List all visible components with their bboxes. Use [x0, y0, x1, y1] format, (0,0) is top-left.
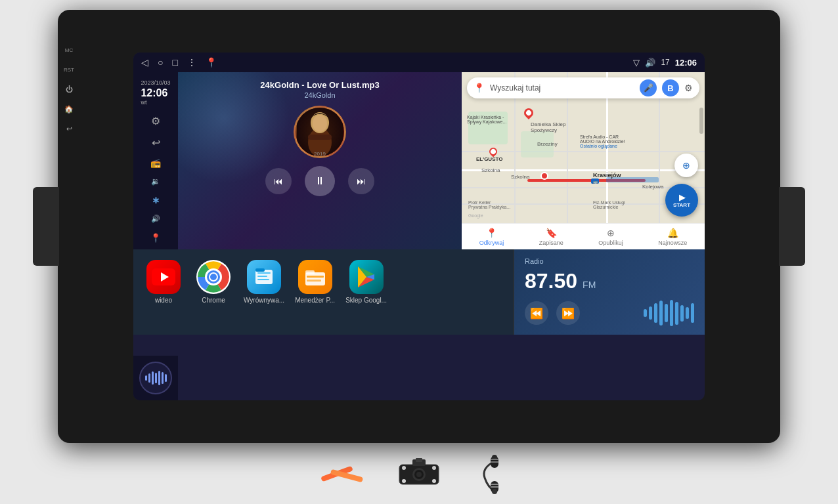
audio-wave-bars	[145, 370, 167, 386]
map-label-szkolna2: Szkolna	[511, 174, 529, 180]
wifi-icon: ▽	[633, 58, 640, 68]
map-start-btn[interactable]: ▶ START	[665, 184, 698, 217]
map-najnowsze-label: Najnowsze	[658, 240, 687, 246]
power-btn[interactable]: ⏻	[62, 82, 76, 96]
sidebar-volume-down-icon[interactable]: 🔉	[145, 177, 166, 186]
map-najnowsze-btn[interactable]: 🔔 Najnowsze	[658, 228, 687, 246]
app-wyrownywanie-label: Wyrównywa...	[244, 297, 284, 304]
radio-wave-bars	[644, 300, 694, 326]
sidebar-date: 2023/10/03	[141, 79, 170, 87]
svg-rect-38	[416, 458, 422, 462]
status-time: 12:06	[675, 58, 697, 68]
radio-controls-row: ⏪ ⏩	[525, 297, 694, 329]
svg-rect-43	[491, 459, 498, 460]
map-scrollbar[interactable]	[699, 108, 703, 134]
app-chrome-icon	[196, 260, 231, 294]
prev-track-btn[interactable]: ⏮	[265, 168, 292, 194]
app-wyrownywanie-icon	[247, 260, 281, 294]
map-odkrywaj-btn[interactable]: 📍 Odkrywaj	[479, 228, 504, 246]
svg-text:🚌: 🚌	[593, 179, 598, 184]
sidebar-bluetooth-icon[interactable]: ✱	[145, 196, 166, 205]
sidebar-location-icon[interactable]: 📍	[145, 233, 166, 243]
radio-back-btn[interactable]: ⏪	[525, 301, 548, 325]
map-label-kolejowa: Kolejowa	[642, 184, 663, 190]
svg-rect-24	[307, 280, 321, 282]
home-side-btn[interactable]: 🏠	[62, 102, 76, 116]
app-menedzer[interactable]: Menedżer P...	[295, 260, 335, 304]
audio-widget	[133, 356, 178, 400]
app-playstore[interactable]: Sklep Googl...	[345, 260, 387, 304]
sidebar-day: wt	[141, 99, 170, 106]
map-route-pin	[540, 172, 548, 180]
device-frame: MC RST ⏻ 🏠 ↩ ◁ ○ □ ⋮ 📍 ▽ 🔊 17 12:06	[58, 10, 780, 443]
battery-level: 17	[661, 58, 669, 67]
aux-cable-svg	[468, 455, 521, 494]
album-art-svg: 2019	[297, 106, 343, 158]
map-label-elgusto: EL'GUSTO	[476, 156, 502, 162]
music-artist: 24kGoldn	[188, 91, 451, 99]
map-label-piotr: Piotr KellerPrywatna Praktyka...	[468, 200, 510, 209]
bracket-right	[779, 187, 805, 266]
app-menedzer-icon	[298, 260, 332, 294]
audio-bar-6	[162, 372, 164, 384]
map-label-danielka: Danielka SklepSpożywczy	[531, 121, 565, 133]
aux-cable	[468, 455, 521, 494]
app-wideo[interactable]: wideo	[144, 260, 183, 304]
app-wideo-label: wideo	[155, 297, 172, 304]
map-label-strefa: Strefa Audio - CARAUDIO na Androidzie!Os…	[580, 135, 625, 148]
status-right: ▽ 🔊 17 12:06	[633, 58, 697, 68]
sidebar-radio-icon[interactable]: 📻	[145, 158, 166, 168]
app-playstore-icon	[349, 260, 384, 294]
audio-bar-4	[155, 373, 157, 383]
map-odkrywaj-icon: 📍	[486, 228, 497, 238]
playstore-svg	[355, 265, 378, 289]
top-row: 2023/10/03 12:06 wt ⚙ ↩ 📻 🔉 ✱ 🔊 📍 24kGol…	[133, 72, 705, 249]
audio-bar-5	[158, 371, 160, 385]
map-zapisane-btn[interactable]: 🔖 Zapisane	[539, 228, 563, 246]
app-chrome[interactable]: Chrome	[194, 260, 233, 304]
radio-freq-row: 87.50 FM	[525, 270, 694, 291]
wave-bar-10	[691, 303, 694, 323]
home-nav-btn[interactable]: ○	[158, 57, 163, 68]
app-wideo-icon	[146, 260, 181, 294]
map-start-label: START	[673, 202, 690, 208]
back-side-btn[interactable]: ↩	[62, 121, 76, 136]
map-search-text: Wyszukaj tutaj	[490, 83, 634, 93]
more-nav-btn[interactable]: ⋮	[187, 57, 196, 68]
sidebar-back-icon[interactable]: ↩	[145, 136, 166, 149]
bracket-left	[33, 187, 59, 266]
svg-text:2019: 2019	[314, 151, 326, 157]
svg-rect-20	[255, 268, 265, 272]
svg-point-36	[432, 479, 436, 483]
map-opublikuj-btn[interactable]: ⊕ Opublikuj	[598, 228, 623, 246]
map-search-bar[interactable]: 📍 Wyszukaj tutaj 🎤 B ⚙	[467, 77, 699, 98]
wave-bar-9	[686, 307, 689, 319]
map-zapisane-label: Zapisane	[539, 240, 563, 246]
map-label-fizmark: Fiz-Mark UsługiGlazurnickie	[593, 200, 625, 209]
maps-nav-icon[interactable]: 📍	[206, 57, 217, 68]
svg-rect-18	[257, 276, 267, 277]
sidebar-volume-up-icon[interactable]: 🔊	[145, 215, 166, 224]
next-track-btn[interactable]: ⏭	[348, 168, 374, 194]
map-user-btn[interactable]: B	[662, 79, 679, 96]
sidebar-settings-icon[interactable]: ⚙	[145, 115, 166, 127]
map-pin-2	[488, 146, 499, 158]
app-wyrownywanie[interactable]: Wyrównywa...	[244, 260, 284, 304]
svg-rect-42	[492, 489, 497, 494]
back-nav-btn[interactable]: ◁	[141, 57, 148, 68]
map-settings-btn[interactable]: ⚙	[684, 83, 693, 93]
youtube-svg	[152, 268, 175, 285]
radio-forward-btn[interactable]: ⏩	[556, 301, 580, 325]
recents-nav-btn[interactable]: □	[172, 57, 177, 68]
play-pause-btn[interactable]: ⏸	[305, 166, 335, 196]
radio-wave	[586, 297, 694, 329]
svg-point-33	[402, 466, 406, 470]
music-controls: ⏮ ⏸ ⏭	[188, 166, 451, 196]
apps-grid: wideo	[144, 257, 503, 327]
sidebar-date-block: 2023/10/03 12:06 wt	[141, 79, 170, 106]
left-sidebar: 2023/10/03 12:06 wt ⚙ ↩ 📻 🔉 ✱ 🔊 📍	[133, 72, 178, 249]
audio-bar-7	[165, 374, 167, 382]
map-mic-btn[interactable]: 🎤	[640, 79, 657, 96]
map-location-btn[interactable]: ⊕	[674, 154, 698, 177]
wave-bar-5	[665, 304, 668, 322]
